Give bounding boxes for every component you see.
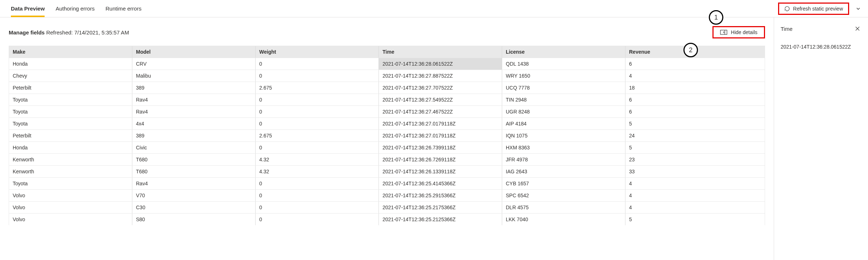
cell-weight: 4.32 [256,154,379,165]
refreshed-time: 7/14/2021, 5:35:57 AM [74,29,129,36]
close-detail-button[interactable] [853,25,861,33]
top-right-controls: Refresh static preview [778,3,864,15]
table-row[interactable]: Peterbilt3892.6752021-07-14T12:36:27.017… [9,129,765,141]
cell-time: 2021-07-14T12:36:26.1339118Z [379,166,502,177]
cell-license: WRY 1650 [502,70,625,82]
tab-data-preview[interactable]: Data Preview [11,0,45,17]
col-header-make[interactable]: Make [9,46,132,58]
cell-time: 2021-07-14T12:36:25.2125366Z [379,214,502,225]
cell-revenue: 4 [625,178,765,189]
table-row[interactable]: KenworthT6804.322021-07-14T12:36:26.7269… [9,153,765,165]
cell-weight: 0 [256,58,379,70]
manage-fields-label: Manage fields Refreshed: 7/14/2021, 5:35… [9,29,129,36]
table-row[interactable]: HondaCRV02021-07-14T12:36:28.061522ZQDL … [9,58,765,70]
annotation-1: 1 [709,10,723,25]
col-header-time[interactable]: Time [379,46,502,58]
col-header-weight[interactable]: Weight [256,46,379,58]
cell-revenue: 6 [625,94,765,106]
cell-model: C30 [132,202,256,213]
cell-time: 2021-07-14T12:36:26.7269118Z [379,154,502,165]
cell-license: UGR 8248 [502,106,625,117]
cell-license: JFR 4978 [502,154,625,165]
detail-title: Time [781,26,793,32]
cell-weight: 0 [256,202,379,213]
refreshed-prefix: Refreshed: [46,29,74,36]
cell-time: 2021-07-14T12:36:26.7399118Z [379,142,502,153]
cell-model: 389 [132,130,256,141]
cell-license: IQN 1075 [502,130,625,141]
table-row[interactable]: VolvoC3002021-07-14T12:36:25.2175366ZDLR… [9,201,765,213]
table-row[interactable]: VolvoV7002021-07-14T12:36:25.2915366ZSPC… [9,189,765,201]
col-header-license[interactable]: License [502,46,625,58]
tab-authoring-errors[interactable]: Authoring errors [55,0,95,17]
cell-revenue: 5 [625,214,765,225]
cell-revenue: 6 [625,58,765,70]
cell-weight: 0 [256,106,379,117]
table-row[interactable]: ToyotaRav402021-07-14T12:36:27.549522ZTI… [9,94,765,106]
cell-make: Toyota [9,106,132,117]
cell-model: V70 [132,190,256,201]
cell-license: LKK 7040 [502,214,625,225]
top-bar: Data Preview Authoring errors Runtime er… [0,0,868,17]
expand-chevron-button[interactable] [852,4,864,13]
col-header-model[interactable]: Model [132,46,256,58]
cell-license: DLR 4575 [502,202,625,213]
cell-license: HXM 8363 [502,142,625,153]
cell-model: CRV [132,58,256,70]
cell-model: 389 [132,82,256,94]
cell-make: Toyota [9,94,132,106]
cell-revenue: 6 [625,106,765,117]
cell-weight: 0 [256,94,379,106]
refresh-icon [784,6,790,12]
cell-time: 2021-07-14T12:36:25.2915366Z [379,190,502,201]
table-row[interactable]: HondaCivic02021-07-14T12:36:26.7399118ZH… [9,141,765,153]
cell-revenue: 18 [625,82,765,94]
tab-runtime-errors[interactable]: Runtime errors [106,0,141,17]
table-row[interactable]: ToyotaRav402021-07-14T12:36:27.467522ZUG… [9,106,765,117]
table-row[interactable]: ChevyMalibu02021-07-14T12:36:27.887522ZW… [9,70,765,82]
cell-revenue: 4 [625,70,765,82]
refresh-static-preview-button[interactable]: Refresh static preview [778,3,849,15]
cell-model: T680 [132,166,256,177]
cell-license: TIN 2948 [502,94,625,106]
cell-weight: 0 [256,142,379,153]
cell-time: 2021-07-14T12:36:27.707522Z [379,82,502,94]
cell-revenue: 5 [625,118,765,129]
tabs: Data Preview Authoring errors Runtime er… [11,0,141,17]
cell-time: 2021-07-14T12:36:27.0179118Z [379,118,502,129]
svg-rect-0 [720,30,727,34]
cell-model: 4x4 [132,118,256,129]
cell-license: CYB 1657 [502,178,625,189]
close-icon [855,26,860,31]
cell-revenue: 23 [625,154,765,165]
cell-make: Kenworth [9,154,132,165]
table-row[interactable]: Toyota4x402021-07-14T12:36:27.0179118ZAI… [9,117,765,129]
annotation-2: 2 [683,43,698,57]
table-body: HondaCRV02021-07-14T12:36:28.061522ZQDL … [9,58,765,225]
cell-make: Volvo [9,214,132,225]
cell-make: Peterbilt [9,130,132,141]
cell-revenue: 33 [625,166,765,177]
cell-time: 2021-07-14T12:36:25.4145366Z [379,178,502,189]
table-row[interactable]: KenworthT6804.322021-07-14T12:36:26.1339… [9,165,765,177]
cell-revenue: 5 [625,142,765,153]
cell-license: UCQ 7778 [502,82,625,94]
manage-fields-text: Manage fields [9,29,45,36]
cell-revenue: 4 [625,190,765,201]
table-row[interactable]: Peterbilt3892.6752021-07-14T12:36:27.707… [9,82,765,94]
hide-details-button[interactable]: Hide details [712,26,765,38]
cell-model: Rav4 [132,178,256,189]
hide-details-label: Hide details [731,29,757,35]
cell-time: 2021-07-14T12:36:28.061522Z [379,58,502,70]
cell-make: Toyota [9,118,132,129]
cell-weight: 0 [256,214,379,225]
cell-weight: 0 [256,70,379,82]
hide-details-icon [720,30,727,35]
chevron-down-icon [856,6,861,11]
cell-time: 2021-07-14T12:36:27.887522Z [379,70,502,82]
cell-make: Kenworth [9,166,132,177]
table-row[interactable]: VolvoS8002021-07-14T12:36:25.2125366ZLKK… [9,213,765,225]
cell-weight: 0 [256,178,379,189]
cell-revenue: 24 [625,130,765,141]
table-row[interactable]: ToyotaRav402021-07-14T12:36:25.4145366ZC… [9,177,765,189]
